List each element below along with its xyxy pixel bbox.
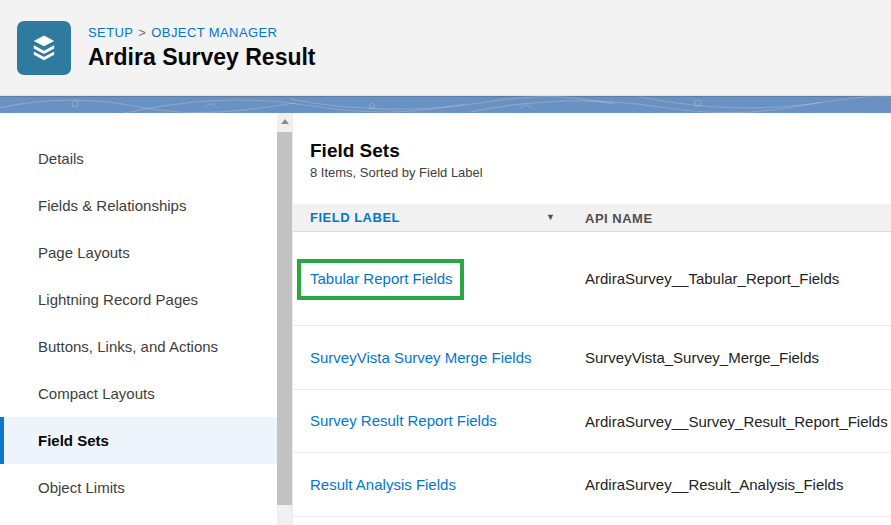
sidebar-scrollbar[interactable] (277, 113, 292, 525)
breadcrumb: SETUP>OBJECT MANAGER (88, 25, 316, 40)
table-row: SurveyVista Survey Merge Fields SurveyVi… (293, 326, 891, 390)
layers-icon (27, 31, 61, 65)
sidebar-item-fields-relationships[interactable]: Fields & Relationships (0, 182, 277, 229)
sidebar-item-field-sets[interactable]: Field Sets (0, 417, 277, 464)
sidebar-item-page-layouts[interactable]: Page Layouts (0, 229, 277, 276)
scroll-up-icon (281, 119, 289, 124)
column-header-api-name[interactable]: API NAME (585, 211, 653, 226)
brand-band (0, 96, 891, 113)
panel-heading: Field Sets (310, 140, 891, 162)
brand-band-pattern (0, 96, 891, 113)
field-set-link-tabular-report-fields[interactable]: Tabular Report Fields (310, 270, 453, 287)
object-manager-layers-icon (17, 21, 71, 75)
scrollbar-thumb[interactable] (277, 132, 292, 505)
sidebar-item-buttons-links-actions[interactable]: Buttons, Links, and Actions (0, 323, 277, 370)
content-area: Details Fields & Relationships Page Layo… (0, 113, 891, 525)
sidebar-item-object-limits[interactable]: Object Limits (0, 464, 277, 511)
api-name-value: ArdiraSurvey__Tabular_Report_Fields (585, 270, 891, 287)
salesforce-setup-page: SETUP>OBJECT MANAGER Ardira Survey Resul… (0, 0, 891, 525)
object-manager-sidebar: Details Fields & Relationships Page Layo… (0, 113, 277, 525)
sidebar-item-lightning-record-pages[interactable]: Lightning Record Pages (0, 276, 277, 323)
breadcrumb-separator: > (138, 25, 146, 40)
api-name-value: ArdiraSurvey__Survey_Result_Report_Field… (585, 413, 891, 430)
table-row: Survey Result Report Fields ArdiraSurvey… (293, 390, 891, 453)
table-row: Tabular Report Fields ArdiraSurvey__Tabu… (293, 232, 891, 326)
sidebar-item-details[interactable]: Details (0, 135, 277, 182)
items-count-text: 8 Items, Sorted by Field Label (310, 165, 891, 181)
table-header-row: FIELD LABEL ▼ API NAME (293, 204, 891, 232)
breadcrumb-object-manager-link[interactable]: OBJECT MANAGER (151, 25, 277, 40)
scroll-up-button[interactable] (277, 113, 292, 130)
sort-desc-icon[interactable]: ▼ (546, 213, 555, 222)
api-name-value: SurveyVista_Survey_Merge_Fields (585, 349, 891, 366)
column-header-field-label[interactable]: FIELD LABEL (310, 210, 400, 225)
sidebar-item-compact-layouts[interactable]: Compact Layouts (0, 370, 277, 417)
page-title: Ardira Survey Result (88, 43, 316, 71)
page-header: SETUP>OBJECT MANAGER Ardira Survey Resul… (0, 0, 891, 96)
field-set-link-survey-result-report-fields[interactable]: Survey Result Report Fields (310, 412, 497, 429)
api-name-header-cell: API NAME (585, 209, 891, 227)
field-sets-panel: Field Sets 8 Items, Sorted by Field Labe… (292, 113, 891, 525)
api-name-value: ArdiraSurvey__Result_Analysis_Fields (585, 476, 891, 493)
field-set-link-result-analysis-fields[interactable]: Result Analysis Fields (310, 476, 456, 493)
header-text-block: SETUP>OBJECT MANAGER Ardira Survey Resul… (88, 25, 316, 71)
breadcrumb-setup-link[interactable]: SETUP (88, 25, 133, 40)
field-label-header-cell: FIELD LABEL ▼ (310, 210, 585, 225)
field-set-link-surveyvista-survey-merge-fields[interactable]: SurveyVista Survey Merge Fields (310, 349, 531, 366)
table-row: Result Analysis Fields ArdiraSurvey__Res… (293, 453, 891, 517)
